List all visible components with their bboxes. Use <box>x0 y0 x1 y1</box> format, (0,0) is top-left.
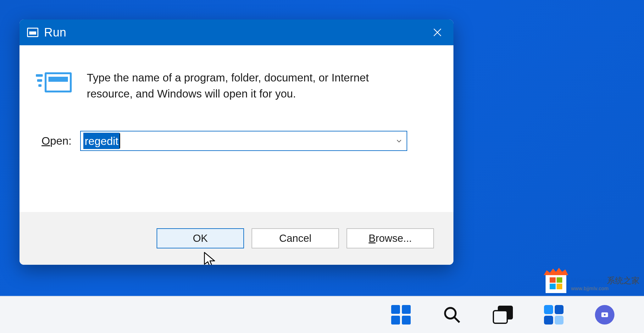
watermark: Windows系统之家 www.bjjmlv.com <box>545 273 640 294</box>
task-view-button[interactable] <box>492 304 514 326</box>
close-button[interactable] <box>426 23 448 42</box>
watermark-house-icon <box>545 273 567 294</box>
run-dialog-icon <box>42 70 72 95</box>
svg-line-3 <box>454 317 459 322</box>
chevron-down-icon[interactable] <box>395 137 403 145</box>
watermark-title: Windows系统之家 <box>571 276 640 286</box>
watermark-url: www.bjjmlv.com <box>571 286 640 291</box>
open-combobox[interactable]: regedit <box>80 131 407 151</box>
search-icon <box>443 306 461 324</box>
widgets-icon <box>544 305 564 325</box>
desktop: Run Type the name of a program, folder, … <box>0 0 644 333</box>
windows-start-icon <box>391 305 411 325</box>
widgets-button[interactable] <box>543 304 565 326</box>
taskbar-search-button[interactable] <box>441 304 463 326</box>
titlebar[interactable]: Run <box>19 19 453 45</box>
run-title-icon <box>27 28 38 37</box>
window-title: Run <box>44 26 66 39</box>
dialog-button-row: OK Cancel Browse... <box>19 212 453 265</box>
close-icon <box>432 27 443 38</box>
browse-button[interactable]: Browse... <box>347 228 434 248</box>
chat-icon <box>595 305 614 325</box>
taskbar <box>0 296 644 333</box>
ok-button[interactable]: OK <box>157 228 244 248</box>
task-view-icon <box>493 306 513 324</box>
cancel-button[interactable]: Cancel <box>252 228 339 248</box>
svg-point-2 <box>445 308 456 319</box>
run-dialog: Run Type the name of a program, folder, … <box>19 19 453 265</box>
chat-button[interactable] <box>594 304 616 326</box>
open-input-value[interactable]: regedit <box>83 133 119 149</box>
open-label: Open: <box>42 135 71 147</box>
dialog-body: Type the name of a program, folder, docu… <box>19 45 453 212</box>
dialog-description: Type the name of a program, folder, docu… <box>87 70 389 102</box>
start-button[interactable] <box>390 304 412 326</box>
svg-point-5 <box>604 314 606 316</box>
